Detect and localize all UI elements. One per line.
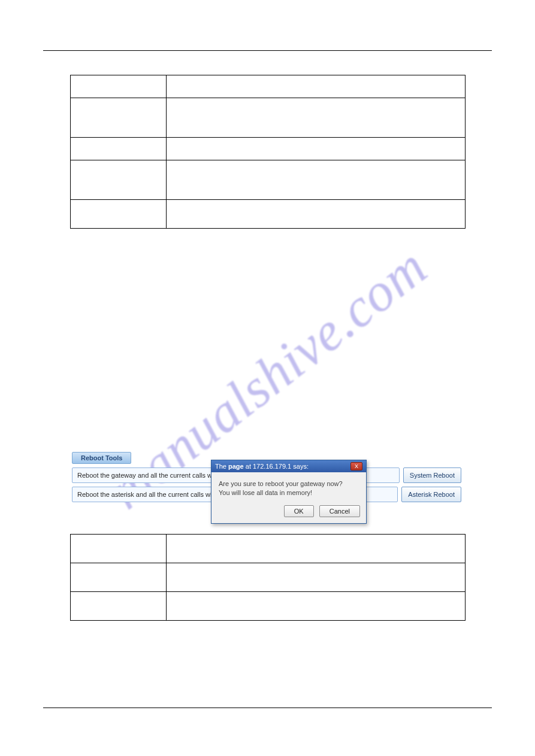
cell xyxy=(70,98,166,138)
close-icon[interactable]: X xyxy=(350,462,362,470)
cell xyxy=(166,592,465,621)
dialog-text-line: Are you sure to reboot your gateway now? xyxy=(219,479,359,488)
cell xyxy=(70,592,166,621)
definition-table-2 xyxy=(70,534,466,621)
table-row xyxy=(70,563,465,592)
cell xyxy=(70,563,166,592)
cell xyxy=(166,200,465,229)
ok-button[interactable]: OK xyxy=(284,505,314,517)
table-row xyxy=(70,138,465,160)
system-reboot-button[interactable]: System Reboot xyxy=(403,467,461,483)
cell xyxy=(70,138,166,160)
table-row xyxy=(70,535,465,563)
cell xyxy=(166,98,465,138)
table-row xyxy=(70,75,465,98)
table-row xyxy=(70,160,465,200)
definition-table-1 xyxy=(70,75,466,229)
cell xyxy=(166,535,465,563)
cancel-button[interactable]: Cancel xyxy=(319,505,360,517)
reboot-tools-heading: Reboot Tools xyxy=(72,452,131,464)
cell xyxy=(70,200,166,229)
cell xyxy=(70,535,166,563)
cell xyxy=(70,160,166,200)
dialog-text-line: You will lose all data in memory! xyxy=(219,488,359,497)
confirm-dialog: The page at 172.16.179.1 says: X Are you… xyxy=(211,460,367,524)
table-row xyxy=(70,592,465,621)
table-row xyxy=(70,98,465,138)
cell xyxy=(166,160,465,200)
header-rule xyxy=(43,50,492,51)
table-row xyxy=(70,200,465,229)
dialog-titlebar: The page at 172.16.179.1 says: X xyxy=(211,460,366,472)
footer-rule xyxy=(43,708,492,708)
cell xyxy=(70,75,166,98)
asterisk-reboot-button[interactable]: Asterisk Reboot xyxy=(401,487,461,502)
cell xyxy=(166,138,465,160)
dialog-title-text: The page at 172.16.179.1 says: xyxy=(215,463,309,470)
cell xyxy=(166,563,465,592)
cell xyxy=(166,75,465,98)
dialog-body: Are you sure to reboot your gateway now?… xyxy=(211,472,366,500)
